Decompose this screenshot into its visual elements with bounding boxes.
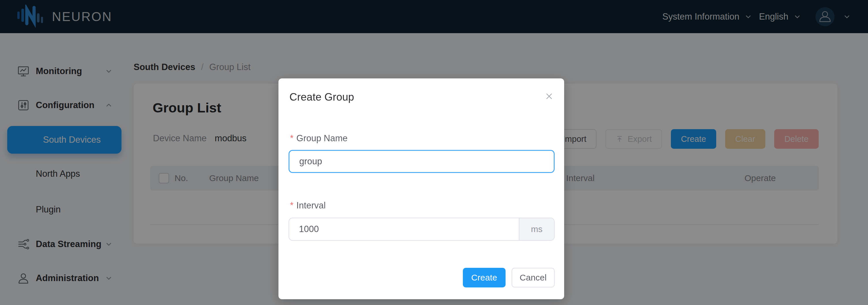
group-name-input[interactable]: [289, 151, 554, 172]
group-name-label: Group Name: [297, 133, 347, 143]
modal-create-button[interactable]: Create: [463, 268, 505, 287]
interval-input[interactable]: [289, 218, 519, 240]
close-icon[interactable]: [545, 92, 554, 101]
interval-field-wrap: ms: [288, 218, 555, 241]
modal-cancel-label: Cancel: [520, 273, 547, 282]
modal-footer: Create Cancel: [463, 268, 555, 287]
modal-title: Create Group: [289, 91, 354, 103]
required-marker: *: [290, 133, 293, 143]
modal-create-label: Create: [471, 273, 497, 282]
modal-cancel-button[interactable]: Cancel: [512, 268, 555, 287]
group-name-field-wrap: [288, 150, 555, 173]
create-group-modal: Create Group * Group Name * Interval ms …: [278, 78, 564, 299]
interval-label-row: * Interval: [290, 200, 326, 211]
required-marker: *: [290, 200, 293, 211]
interval-label: Interval: [297, 200, 326, 211]
interval-unit: ms: [519, 218, 554, 240]
group-name-label-row: * Group Name: [290, 133, 348, 143]
